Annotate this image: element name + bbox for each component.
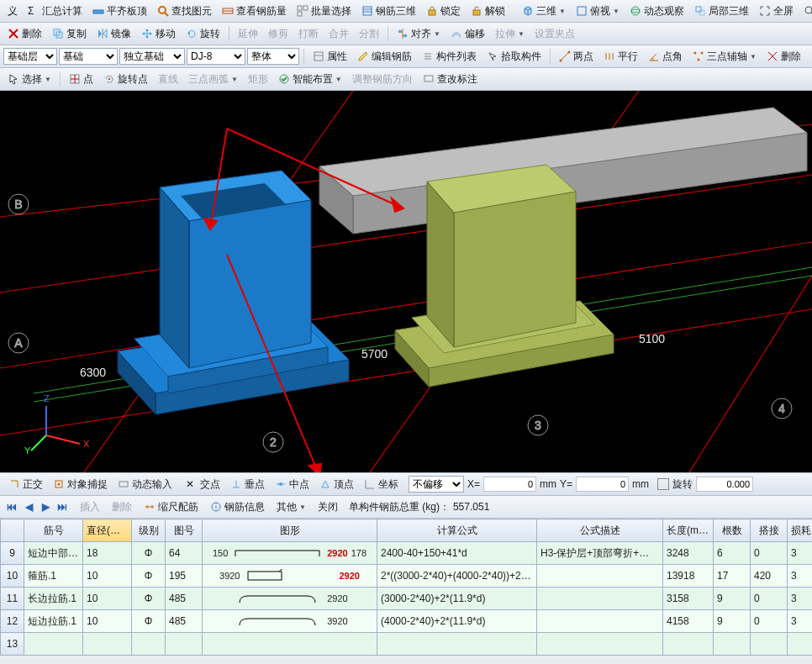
nav-next[interactable]: ▶ bbox=[39, 500, 52, 514]
move-button[interactable]: 移动 bbox=[137, 25, 180, 43]
cell[interactable] bbox=[751, 633, 788, 656]
set-origin-button[interactable]: 设置夹点 bbox=[530, 25, 579, 43]
cell[interactable]: 4158 bbox=[663, 610, 714, 633]
cell[interactable]: 10 bbox=[83, 588, 132, 610]
delete-aux-button[interactable]: 删除 bbox=[762, 48, 805, 66]
col-blank[interactable] bbox=[1, 519, 24, 542]
rebar-info-button[interactable]: i钢筋信息 bbox=[206, 498, 269, 516]
cell[interactable]: 9 bbox=[714, 610, 751, 633]
cell[interactable] bbox=[132, 633, 166, 656]
cell[interactable]: 0 bbox=[751, 542, 788, 565]
cell[interactable] bbox=[537, 610, 663, 633]
local-3d-button[interactable]: 局部三维 bbox=[690, 3, 753, 20]
shape-cell[interactable]: 1502920178 bbox=[203, 542, 377, 565]
rect-button[interactable]: 矩形 bbox=[244, 71, 272, 88]
point-button[interactable]: 点 bbox=[65, 71, 98, 88]
dynamic-view-button[interactable]: 动态观察 bbox=[625, 3, 688, 20]
rebar-grid-container[interactable]: 筋号 直径(mm) 级别 图号 图形 计算公式 公式描述 长度(mm) 根数 搭… bbox=[0, 519, 812, 664]
pick-component-button[interactable]: 拾取构件 bbox=[482, 48, 546, 66]
rot-input[interactable] bbox=[696, 477, 753, 492]
mirror-button[interactable]: 镜像 bbox=[92, 25, 135, 43]
floor-select[interactable]: 基础层 bbox=[3, 48, 57, 65]
cell[interactable]: 长边拉筋.1 bbox=[24, 588, 83, 610]
cell[interactable]: 短边拉筋.1 bbox=[24, 610, 83, 633]
cell[interactable] bbox=[537, 565, 663, 588]
viewport-3d[interactable]: B A 2 3 4 6300 5700 5100 Z X Y bbox=[0, 91, 812, 472]
intersect-snap[interactable]: ✕交点 bbox=[182, 477, 224, 492]
rotate-point-button[interactable]: 旋转点 bbox=[99, 71, 152, 88]
view-3d-button[interactable]: 三维▼ bbox=[518, 3, 570, 20]
col-figno[interactable]: 图号 bbox=[166, 519, 203, 542]
offset-mode-select[interactable]: 不偏移 bbox=[409, 476, 464, 493]
insert-row-button[interactable]: 插入 bbox=[76, 498, 104, 516]
cell[interactable]: 420 bbox=[751, 565, 788, 588]
cell[interactable]: 195 bbox=[166, 565, 203, 588]
component-list-button[interactable]: 构件列表 bbox=[418, 48, 481, 66]
dyn-input-toggle[interactable]: 动态输入 bbox=[114, 477, 176, 492]
cell[interactable]: 64 bbox=[166, 542, 203, 565]
category-select[interactable]: 基础 bbox=[59, 48, 118, 65]
sum-calc-button[interactable]: Σ汇总计算 bbox=[24, 3, 87, 20]
cell[interactable]: 10 bbox=[83, 610, 132, 633]
stretch-button[interactable]: 拉伸▼ bbox=[491, 25, 529, 43]
cell[interactable] bbox=[663, 633, 714, 656]
view-annotation-button[interactable]: 查改标注 bbox=[419, 71, 482, 88]
table-row[interactable]: 13 bbox=[1, 633, 813, 656]
x-input[interactable] bbox=[483, 477, 536, 492]
cell[interactable] bbox=[788, 633, 813, 656]
line-button[interactable]: 直线 bbox=[154, 71, 182, 88]
rotate-checkbox[interactable] bbox=[657, 478, 669, 490]
cell[interactable]: 485 bbox=[166, 588, 203, 610]
nav-last[interactable]: ⏭ bbox=[55, 500, 69, 514]
cell[interactable] bbox=[377, 633, 537, 656]
col-lap[interactable]: 搭接 bbox=[751, 519, 788, 542]
extend-button[interactable]: 延伸 bbox=[234, 25, 262, 43]
other-button[interactable]: 其他▼ bbox=[272, 498, 310, 516]
ortho-toggle[interactable]: 正交 bbox=[5, 477, 46, 492]
col-loss[interactable]: 损耗(%) bbox=[788, 519, 813, 542]
angle-button[interactable]: 点角 bbox=[644, 48, 687, 66]
smart-layout-button[interactable]: 智能布置▼ bbox=[274, 71, 346, 88]
delete-row-button[interactable]: 删除 bbox=[108, 498, 136, 516]
view-rebar-qty-button[interactable]: 查看钢筋量 bbox=[218, 3, 291, 20]
table-row[interactable]: 10箍筋.110Φ195392029202*((3000-2*40)+(4000… bbox=[1, 565, 813, 588]
parallel-button[interactable]: 平行 bbox=[599, 48, 642, 66]
table-row[interactable]: 12短边拉筋.110Φ4853920(4000-2*40)+2*(11.9*d)… bbox=[1, 610, 813, 633]
merge-button[interactable]: 合并 bbox=[324, 25, 353, 43]
whole-select[interactable]: 整体 bbox=[247, 48, 299, 65]
cell[interactable]: 13918 bbox=[663, 565, 714, 588]
cell[interactable]: (4000-2*40)+2*(11.9*d) bbox=[377, 610, 537, 633]
cell[interactable]: 3 bbox=[788, 542, 813, 565]
col-desc[interactable]: 公式描述 bbox=[537, 519, 663, 542]
col-shape[interactable]: 图形 bbox=[203, 519, 377, 542]
col-formula[interactable]: 计算公式 bbox=[377, 519, 537, 542]
trim-button[interactable]: 修剪 bbox=[264, 25, 293, 43]
copy-button[interactable]: 复制 bbox=[48, 25, 91, 43]
cell[interactable]: 10 bbox=[83, 565, 132, 588]
col-num[interactable]: 筋号 bbox=[24, 519, 83, 542]
coord-snap[interactable]: 坐标 bbox=[361, 477, 402, 492]
flat-slab-button[interactable]: 平齐板顶 bbox=[88, 3, 151, 20]
cell[interactable]: 3 bbox=[788, 588, 813, 610]
align-button[interactable]: 对齐▼ bbox=[393, 25, 445, 43]
shape-cell[interactable]: 3920 bbox=[203, 610, 377, 633]
rebar-3d-button[interactable]: 钢筋三维 bbox=[357, 3, 420, 20]
cell[interactable]: Φ bbox=[132, 610, 166, 633]
col-diam[interactable]: 直径(mm) bbox=[83, 519, 132, 542]
col-count[interactable]: 根数 bbox=[714, 519, 751, 542]
select-button[interactable]: 选择▼ bbox=[3, 71, 55, 88]
col-length[interactable]: 长度(mm) bbox=[663, 519, 714, 542]
cell[interactable] bbox=[714, 633, 751, 656]
table-row[interactable]: 11长边拉筋.110Φ4852920(3000-2*40)+2*(11.9*d)… bbox=[1, 588, 813, 610]
table-row[interactable]: 9短边中部筋.2.118Φ6415029201782400-40+150+41*… bbox=[1, 542, 813, 565]
scale-rebar-button[interactable]: 缩尺配筋 bbox=[140, 498, 203, 516]
cell[interactable]: 2*((3000-2*40)+(4000-2*40))+2*(11.9*d) bbox=[377, 565, 537, 588]
component-select[interactable]: DJ-8 bbox=[187, 48, 245, 65]
mid-snap[interactable]: 中点 bbox=[272, 477, 313, 492]
cell[interactable]: Φ bbox=[132, 542, 166, 565]
cell[interactable] bbox=[537, 633, 663, 656]
col-grade[interactable]: 级别 bbox=[132, 519, 166, 542]
vertex-snap[interactable]: 顶点 bbox=[316, 477, 357, 492]
define-button[interactable]: 义 bbox=[3, 3, 22, 20]
cell[interactable]: 3248 bbox=[663, 542, 714, 565]
